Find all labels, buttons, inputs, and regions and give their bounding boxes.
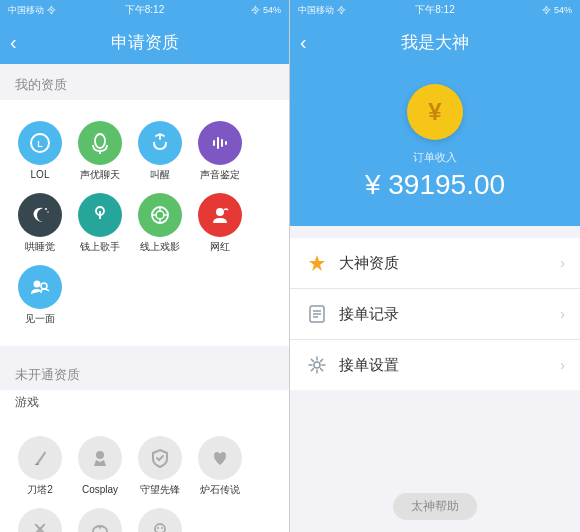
- menu-label-qual: 大神资质: [339, 254, 560, 273]
- icon-item-cosplay[interactable]: Cosplay: [70, 430, 130, 502]
- icon-item-sleep[interactable]: 哄睡觉: [10, 187, 70, 259]
- menu-item-settings[interactable]: 接单设置 ›: [290, 340, 580, 390]
- section-divider-1: [0, 346, 289, 354]
- icon-circle-guardian: [138, 436, 182, 480]
- right-carrier: 中国移动 令: [298, 4, 346, 17]
- left-scroll-area: 我的资质 L LOL: [0, 64, 289, 532]
- svg-rect-7: [225, 141, 227, 145]
- qual-icon: [305, 251, 329, 275]
- icon-circle-wow: [78, 508, 122, 532]
- left-back-button[interactable]: ‹: [10, 31, 17, 54]
- order-label: 订单收入: [413, 150, 457, 165]
- handhold-icon: [89, 204, 111, 226]
- icon-item-hearthstone[interactable]: 炉石传说: [190, 430, 250, 502]
- hero-section: ¥ 订单收入 ¥ 39195.00: [290, 64, 580, 226]
- icon-label-call: 叫醒: [150, 169, 170, 181]
- menu-label-orders: 接单记录: [339, 305, 560, 324]
- icon-label-hearthstone: 炉石传说: [200, 484, 240, 496]
- lol2-icon: [149, 519, 171, 532]
- icon-item-voice-chat[interactable]: 声优聊天: [70, 115, 130, 187]
- icon-circle-lol2: [138, 508, 182, 532]
- qual-arrow-icon: ›: [560, 255, 565, 271]
- sleep-icon: [29, 204, 51, 226]
- icon-label-voice-chat: 声优聊天: [80, 169, 120, 181]
- icon-item-wow[interactable]: 魔兽世界: [70, 502, 130, 532]
- right-nav-bar: ‹ 我是大神: [290, 20, 580, 64]
- game-sub-title: 游戏: [0, 390, 289, 415]
- coin-icon: ¥: [407, 84, 463, 140]
- menu-list: 大神资质 › 接单记录 › 接单设置: [290, 238, 580, 390]
- icon-label-lol: LOL: [31, 169, 50, 181]
- help-button[interactable]: 太神帮助: [393, 493, 477, 520]
- icon-item-influencer[interactable]: 网红: [190, 187, 250, 259]
- voice-chat-icon: [89, 132, 111, 154]
- hearthstone-icon: [209, 447, 231, 469]
- svg-point-28: [157, 527, 159, 529]
- icon-label-influencer: 网红: [210, 241, 230, 253]
- icon-item-knife2[interactable]: 刀塔2: [10, 430, 70, 502]
- left-status-bar: 中国移动 令 下午8:12 令 54%: [0, 0, 289, 20]
- menu-item-orders[interactable]: 接单记录 ›: [290, 289, 580, 340]
- icon-item-meet[interactable]: 见一面: [10, 259, 70, 331]
- icon-label-guardian: 守望先锋: [140, 484, 180, 496]
- gear-icon: [307, 355, 327, 375]
- icon-circle-online-show: [138, 193, 182, 237]
- call-icon: [149, 132, 171, 154]
- icon-circle-knife2: [18, 436, 62, 480]
- right-bottom-area: 太神帮助: [290, 390, 580, 532]
- icon-label-voice-id: 声音鉴定: [200, 169, 240, 181]
- icon-circle-sleep: [18, 193, 62, 237]
- icon-label-knife2: 刀塔2: [27, 484, 53, 496]
- my-qual-icon-grid: L LOL 声优聊天: [0, 110, 289, 336]
- icon-item-handhold[interactable]: 钱上歌手: [70, 187, 130, 259]
- icon-circle-call: [138, 121, 182, 165]
- wow-icon: [89, 519, 111, 532]
- settings-arrow-icon: ›: [560, 357, 565, 373]
- voice-id-icon: [209, 132, 231, 154]
- icon-circle-lol: L: [18, 121, 62, 165]
- svg-point-9: [47, 211, 48, 212]
- coin-symbol: ¥: [428, 98, 441, 126]
- icon-item-voice-id[interactable]: 声音鉴定: [190, 115, 250, 187]
- star-icon: [307, 253, 327, 273]
- game-grid-section: 刀塔2 Cosplay: [0, 415, 289, 532]
- left-signal: 令 54%: [251, 4, 281, 17]
- menu-label-settings: 接单设置: [339, 356, 560, 375]
- svg-text:L: L: [37, 139, 43, 149]
- icon-label-meet: 见一面: [25, 313, 55, 325]
- unlocked-section-title: 未开通资质: [0, 354, 289, 390]
- knife2-icon: [29, 447, 51, 469]
- right-back-button[interactable]: ‹: [300, 31, 307, 54]
- influencer-icon: [209, 204, 231, 226]
- left-nav-bar: ‹ 申请资质: [0, 20, 289, 64]
- left-panel: 中国移动 令 下午8:12 令 54% ‹ 申请资质 我的资质 L LOL: [0, 0, 290, 532]
- svg-point-8: [45, 208, 47, 210]
- icon-label-sleep: 哄睡觉: [25, 241, 55, 253]
- icon-item-lol2[interactable]: 饥荒: [130, 502, 190, 532]
- orders-list-icon: [307, 304, 327, 324]
- menu-item-qual[interactable]: 大神资质 ›: [290, 238, 580, 289]
- svg-point-25: [38, 528, 42, 532]
- icon-circle-handhold: [78, 193, 122, 237]
- icon-item-guardian[interactable]: 守望先锋: [130, 430, 190, 502]
- icon-label-handhold: 钱上歌手: [80, 241, 120, 253]
- right-status-bar: 中国移动 令 下午8:12 令 54%: [290, 0, 580, 20]
- icon-circle-meet: [18, 265, 62, 309]
- guardian-icon: [149, 447, 171, 469]
- settings-icon: [305, 353, 329, 377]
- svg-marker-33: [309, 255, 325, 271]
- icon-circle-voice-chat: [78, 121, 122, 165]
- svg-point-29: [161, 527, 163, 529]
- icon-item-online-show[interactable]: 线上戏影: [130, 187, 190, 259]
- icon-circle-sanguo: [18, 508, 62, 532]
- svg-point-21: [41, 283, 47, 289]
- lol-icon: L: [29, 132, 51, 154]
- right-time: 下午8:12: [415, 3, 454, 17]
- sanguo-icon: [29, 519, 51, 532]
- icon-item-lol[interactable]: L LOL: [10, 115, 70, 187]
- icon-circle-influencer: [198, 193, 242, 237]
- icon-item-sanguo[interactable]: 三国杀: [10, 502, 70, 532]
- svg-rect-4: [213, 140, 215, 146]
- orders-icon: [305, 302, 329, 326]
- icon-item-call[interactable]: 叫醒: [130, 115, 190, 187]
